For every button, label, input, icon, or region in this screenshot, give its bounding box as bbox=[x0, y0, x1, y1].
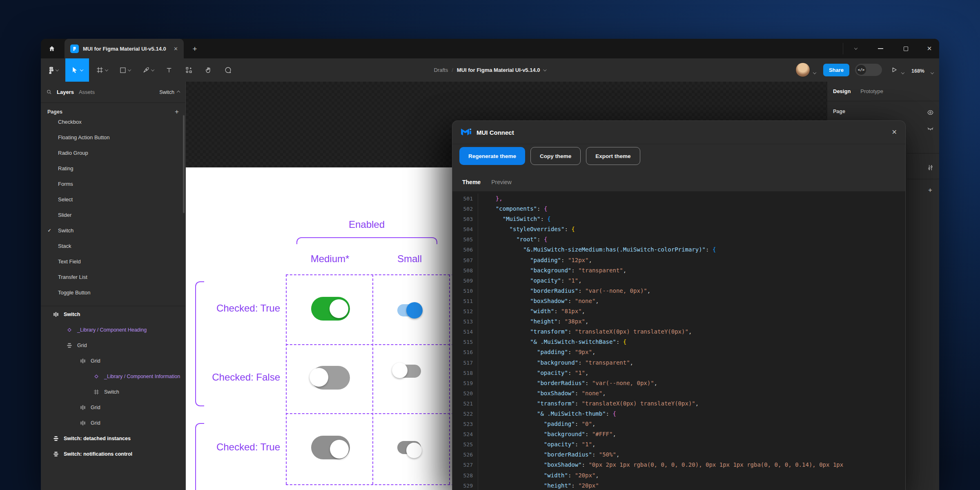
page-item[interactable]: Radio Group bbox=[41, 145, 185, 160]
line-number: 521 bbox=[452, 399, 473, 409]
minimize-button[interactable] bbox=[872, 42, 889, 56]
tab-design[interactable]: Design bbox=[833, 88, 851, 94]
tab-assets[interactable]: Assets bbox=[79, 89, 95, 95]
tab-preview[interactable]: Preview bbox=[491, 179, 512, 185]
code-editor[interactable]: 501 },502 "components": {503 "MuiSwitch"… bbox=[452, 192, 905, 490]
line-number: 507 bbox=[452, 255, 473, 265]
page-section-label: Page bbox=[833, 109, 845, 114]
layer-item[interactable]: Grid bbox=[41, 400, 185, 415]
dialog-close-button[interactable]: ✕ bbox=[892, 128, 897, 136]
pen-tool-button[interactable] bbox=[138, 58, 158, 82]
canvas-row-label[interactable]: Checked: False bbox=[190, 372, 280, 383]
present-chevron[interactable] bbox=[902, 69, 904, 76]
code-line: 520 "boxShadow": "none", bbox=[452, 388, 905, 399]
canvas-group-label[interactable]: Enabled bbox=[326, 219, 408, 230]
code-line: 513 "height": "38px", bbox=[452, 316, 905, 327]
sliders-icon bbox=[927, 164, 934, 171]
frame-icon bbox=[94, 389, 99, 395]
tab-theme[interactable]: Theme bbox=[462, 179, 481, 185]
canvas-row-label[interactable]: Checked: True bbox=[190, 441, 280, 453]
layer-item[interactable]: _Library / Component Information bbox=[41, 369, 185, 384]
window-menu-chevron[interactable] bbox=[848, 42, 864, 56]
page-item[interactable]: Select bbox=[41, 192, 185, 207]
page-item[interactable]: Slider bbox=[41, 207, 185, 223]
export-theme-button[interactable]: Export theme bbox=[586, 147, 640, 165]
file-tab[interactable]: MUI for Figma Material UI-v5.14.0 ✕ bbox=[65, 39, 184, 58]
new-tab-button[interactable]: + bbox=[189, 43, 201, 55]
main-menu-button[interactable] bbox=[43, 58, 64, 82]
canvas-column-label-small[interactable]: Small bbox=[369, 253, 450, 265]
page-color-button[interactable] bbox=[924, 107, 936, 118]
page-item[interactable]: Rating bbox=[41, 160, 185, 176]
chevron-down-icon bbox=[931, 71, 934, 74]
layer-item-label: Switch: detached instances bbox=[64, 436, 131, 441]
eye-icon bbox=[927, 109, 934, 116]
home-icon bbox=[49, 45, 55, 52]
tab-close-icon[interactable]: ✕ bbox=[174, 46, 178, 52]
layer-item[interactable]: Switch: detached instances bbox=[41, 431, 185, 446]
canvas-row-label[interactable]: Checked: True bbox=[190, 303, 280, 314]
breadcrumb-folder[interactable]: Drafts bbox=[434, 67, 448, 73]
page-item[interactable]: Transfer List bbox=[41, 269, 185, 285]
eye-closed-icon bbox=[927, 125, 934, 132]
add-item-button[interactable]: + bbox=[924, 185, 936, 196]
layer-item[interactable]: Grid bbox=[41, 338, 185, 353]
page-item[interactable]: Forms bbox=[41, 176, 185, 192]
share-button[interactable]: Share bbox=[823, 64, 849, 76]
code-line-content: "padding": "12px", bbox=[478, 255, 592, 265]
page-item[interactable]: Floating Action Button bbox=[41, 129, 185, 145]
frame-tool-button[interactable] bbox=[92, 58, 112, 82]
account-chevron[interactable] bbox=[813, 69, 816, 76]
layer-item[interactable]: Switch bbox=[41, 384, 185, 400]
move-tool-button[interactable] bbox=[65, 58, 89, 82]
canvas-column-label-medium[interactable]: Medium* bbox=[289, 253, 371, 265]
adjust-settings-button[interactable] bbox=[924, 162, 936, 173]
code-line-content: "opacity": "1", bbox=[478, 439, 595, 450]
chevron-down-icon[interactable] bbox=[543, 68, 546, 71]
dev-mode-toggle[interactable]: </> bbox=[855, 64, 882, 76]
mui-connect-dialog: MUI Connect ✕ Regenerate theme Copy them… bbox=[452, 120, 906, 490]
tab-layers[interactable]: Layers bbox=[57, 89, 74, 95]
panel-divider bbox=[907, 153, 939, 154]
layer-item[interactable]: Grid bbox=[41, 353, 185, 369]
left-panel-scrollbar[interactable] bbox=[183, 115, 185, 213]
selection-label: Switch bbox=[159, 89, 174, 95]
code-line-content: "components": { bbox=[478, 204, 547, 214]
layer-item[interactable]: Switch: notifications control bbox=[41, 446, 185, 462]
actions-tool-button[interactable] bbox=[180, 58, 198, 82]
layer-item[interactable]: _Library / Component Heading bbox=[41, 322, 185, 338]
selection-indicator[interactable]: Switch bbox=[159, 89, 180, 95]
page-item[interactable]: Text Field bbox=[41, 254, 185, 269]
page-item[interactable]: Stack bbox=[41, 238, 185, 254]
line-number: 502 bbox=[452, 204, 473, 214]
copy-theme-button[interactable]: Copy theme bbox=[530, 147, 581, 165]
hide-ui-button[interactable] bbox=[924, 122, 936, 134]
present-button[interactable] bbox=[891, 67, 898, 75]
home-button[interactable] bbox=[45, 42, 59, 56]
page-item[interactable]: ✓Switch bbox=[41, 223, 185, 238]
code-line-content: "root": { bbox=[478, 234, 547, 245]
search-icon[interactable] bbox=[47, 89, 52, 95]
code-line-content: "boxShadow": "none", bbox=[478, 296, 599, 306]
comment-tool-button[interactable] bbox=[219, 58, 237, 82]
zoom-chevron[interactable] bbox=[931, 69, 933, 76]
page-item[interactable]: Checkbox bbox=[41, 114, 185, 129]
shape-tool-button[interactable] bbox=[115, 58, 135, 82]
tab-prototype[interactable]: Prototype bbox=[860, 88, 883, 94]
line-number: 511 bbox=[452, 296, 473, 306]
breadcrumb-file-name[interactable]: MUI for Figma Material UI-v5.14.0 bbox=[457, 67, 540, 73]
layer-item[interactable]: Switch bbox=[41, 307, 185, 322]
user-avatar[interactable] bbox=[795, 62, 810, 77]
maximize-button[interactable] bbox=[898, 42, 914, 56]
text-tool-button[interactable] bbox=[161, 58, 177, 82]
code-line: 526 "borderRadius": "50%", bbox=[452, 450, 905, 460]
zoom-menu[interactable]: 168% bbox=[911, 67, 924, 74]
page-item[interactable]: Toggle Button bbox=[41, 285, 185, 300]
layer-item[interactable]: Grid bbox=[41, 415, 185, 431]
code-line-content: "background": "#FFF", bbox=[478, 429, 616, 439]
close-window-button[interactable]: ✕ bbox=[921, 42, 938, 56]
regenerate-theme-button[interactable]: Regenerate theme bbox=[459, 147, 525, 165]
hand-tool-button[interactable] bbox=[199, 58, 217, 82]
code-line: 524 "background": "#FFF", bbox=[452, 429, 905, 439]
pages-list: CheckboxFloating Action ButtonRadio Grou… bbox=[41, 114, 185, 300]
